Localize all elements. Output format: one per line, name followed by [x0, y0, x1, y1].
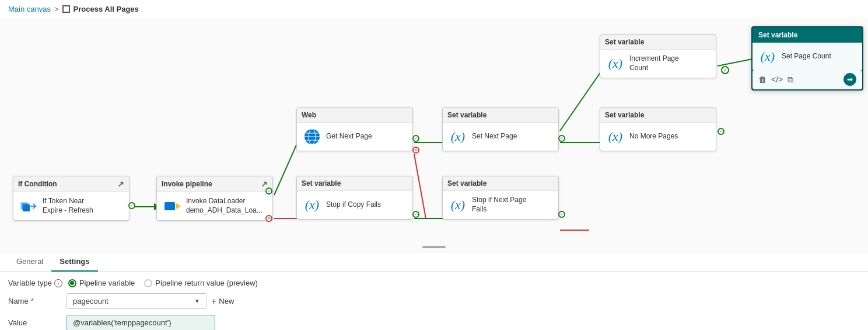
tab-general[interactable]: General [8, 252, 51, 272]
var-icon-increment: (x) [606, 54, 625, 73]
value-row: Value [8, 315, 860, 330]
web-icon [303, 127, 321, 146]
radio-group: Pipeline variable Pipeline return value … [68, 279, 258, 287]
set-next-page-card[interactable]: Set variable (x) Set Next Page [442, 107, 559, 151]
set-no-more-card[interactable]: Set variable (x) No More Pages [600, 107, 716, 151]
svg-rect-12 [23, 204, 30, 211]
check-dot-increment: ✓ [721, 66, 729, 74]
var-icon-no-more: (x) [606, 127, 625, 146]
set-stop-copy-header: Set variable [297, 176, 412, 191]
connectors-svg [0, 18, 868, 252]
set-next-page-label: Set Next Page [472, 132, 517, 141]
required-asterisk: * [31, 297, 34, 305]
if-condition-body: If Token NearExpire - Refresh [13, 192, 129, 220]
breadcrumb-current: Process All Pages [74, 5, 139, 13]
set-increment-label: Increment PageCount [629, 54, 679, 72]
name-select[interactable]: pagecount ▼ [66, 293, 206, 309]
dot-web-success: ✓ [412, 135, 419, 142]
chevron-down-icon: ▼ [194, 298, 200, 304]
svg-line-4 [414, 154, 426, 218]
set-stop-next-body: (x) Stop if Next PageFails [443, 191, 558, 219]
scroll-indicator [422, 246, 446, 248]
set-increment-header: Set variable [600, 35, 716, 50]
expand-icon-invoke[interactable]: ↗ [261, 179, 268, 189]
var-icon-page-count: (x) [758, 47, 777, 66]
var-icon-stop-next: (x) [449, 196, 467, 214]
expand-icon[interactable]: ↗ [117, 179, 124, 189]
info-icon[interactable]: i [54, 279, 62, 287]
selected-card-actions: 🗑 </> ⧉ ➡ [752, 71, 862, 89]
dot-next-success: ✓ [558, 135, 565, 142]
value-input[interactable] [66, 315, 215, 330]
value-label: Value [8, 318, 61, 327]
name-label: Name * [8, 297, 61, 305]
selected-card-body: (x) Set Page Count [752, 43, 862, 71]
set-stop-copy-label: Stop if Copy Fails [326, 200, 381, 210]
tabs-row: General Settings [0, 252, 868, 272]
code-button[interactable]: </> [771, 75, 783, 84]
breadcrumb-main[interactable]: Main canvas [8, 5, 51, 13]
set-stop-next-card[interactable]: Set variable (x) Stop if Next PageFails [442, 176, 559, 220]
set-no-more-body: (x) No More Pages [600, 123, 716, 151]
plus-icon: + [211, 296, 216, 307]
dot-invoke-fail: ✕ [265, 215, 272, 222]
invoke-pipeline-card[interactable]: Invoke pipeline ↗ Invoke DataLoaderdemo_… [156, 176, 273, 221]
svg-line-1 [274, 143, 298, 195]
set-stop-copy-card[interactable]: Set variable (x) Stop if Copy Fails [296, 176, 413, 220]
if-condition-card[interactable]: If Condition ↗ If Token NearExpire - Ref… [13, 176, 130, 221]
delete-button[interactable]: 🗑 [758, 75, 766, 84]
set-increment-card[interactable]: Set variable (x) Increment PageCount [600, 34, 716, 78]
new-button[interactable]: + New [211, 296, 234, 307]
name-select-wrapper: pagecount ▼ + New [66, 293, 234, 309]
if-condition-label: If Token NearExpire - Refresh [43, 197, 93, 215]
web-label: Get Next Page [326, 132, 372, 141]
variable-type-label: Variable type i [8, 279, 62, 287]
selected-card-header: Set variable [752, 27, 862, 43]
set-increment-body: (x) Increment PageCount [600, 50, 716, 78]
canvas-area: If Condition ↗ If Token NearExpire - Ref… [0, 18, 868, 252]
dot-copy-success: ✓ [412, 211, 419, 218]
set-next-page-body: (x) Set Next Page [443, 123, 558, 151]
invoke-pipeline-label: Invoke DataLoaderdemo_ADH_Data_Loa... [186, 197, 262, 215]
svg-marker-14 [176, 203, 181, 209]
web-header: Web [297, 108, 412, 123]
invoke-pipeline-icon [163, 197, 181, 216]
breadcrumb-page-icon [62, 5, 70, 13]
radio-pipeline-variable[interactable]: Pipeline variable [68, 279, 135, 287]
go-button[interactable]: ➡ [844, 73, 856, 86]
set-stop-next-header: Set variable [443, 176, 558, 191]
svg-line-9 [718, 59, 752, 66]
if-condition-icon [19, 197, 38, 216]
dot-web-fail: ✕ [412, 147, 419, 154]
radio-pipeline-return[interactable]: Pipeline return value (preview) [144, 279, 258, 287]
dot-stop-next-success: ✓ [558, 211, 565, 218]
invoke-pipeline-body: Invoke DataLoaderdemo_ADH_Data_Loa... [157, 192, 272, 220]
breadcrumb-separator: > [54, 5, 59, 13]
selected-set-page-count-card[interactable]: Set variable (x) Set Page Count 🗑 </> ⧉ … [751, 26, 863, 91]
dot-if-success: ✓ [128, 202, 135, 209]
var-icon-next-page: (x) [449, 127, 467, 146]
dot-invoke-success: ✓ [265, 187, 272, 194]
set-no-more-header: Set variable [600, 108, 716, 123]
radio-circle-unselected [144, 279, 152, 287]
bottom-panel: General Settings Variable type i Pipelin… [0, 252, 868, 330]
set-stop-next-label: Stop if Next PageFails [472, 196, 526, 214]
name-row: Name * pagecount ▼ + New [8, 293, 860, 309]
variable-type-row: Variable type i Pipeline variable Pipeli… [8, 279, 860, 287]
web-body: Get Next Page [297, 123, 412, 151]
copy-button[interactable]: ⧉ [788, 75, 793, 85]
dot-no-more-check: ✓ [718, 128, 724, 135]
radio-inner [70, 281, 74, 285]
tab-settings[interactable]: Settings [51, 252, 97, 272]
set-stop-copy-body: (x) Stop if Copy Fails [297, 191, 412, 219]
breadcrumb: Main canvas > Process All Pages [0, 0, 868, 18]
set-next-page-header: Set variable [443, 108, 558, 123]
svg-rect-13 [164, 202, 175, 210]
radio-circle-selected [68, 279, 76, 287]
var-icon-copy: (x) [303, 196, 321, 214]
web-get-next-card[interactable]: Web Get Next Page [296, 107, 413, 151]
if-condition-header: If Condition ↗ [13, 176, 129, 192]
settings-form: Variable type i Pipeline variable Pipeli… [0, 272, 868, 330]
set-no-more-label: No More Pages [629, 132, 678, 141]
selected-card-label: Set Page Count [782, 52, 831, 61]
